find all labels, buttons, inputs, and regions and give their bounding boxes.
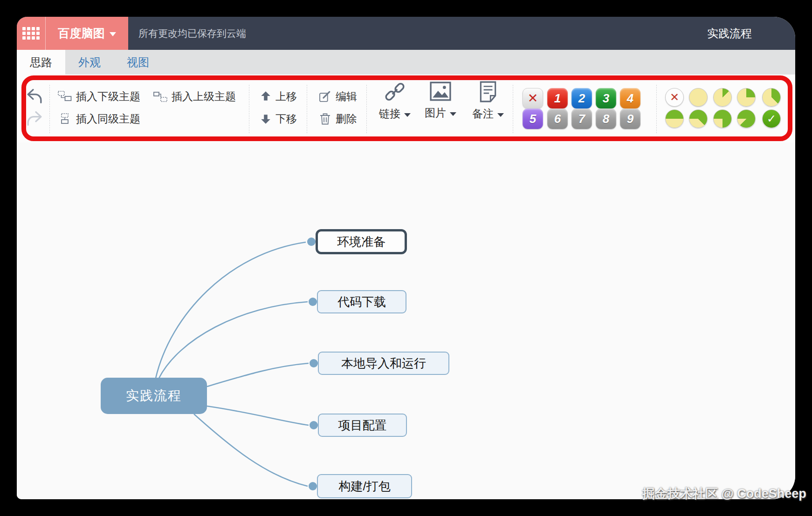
priority-3-button[interactable]: 3 xyxy=(596,88,616,109)
connector-dot xyxy=(310,359,318,367)
mindmap-node[interactable]: 构建/打包 xyxy=(317,474,412,498)
priority-7-button[interactable]: 7 xyxy=(571,109,592,129)
toolbar: 插入下级主题 插入上级主题 插入同级主题 xyxy=(17,75,795,143)
priority-4-button[interactable]: 4 xyxy=(620,88,640,109)
insert-sibling-icon xyxy=(58,113,72,124)
connector-dot xyxy=(309,482,317,490)
insert-child-topic-button[interactable]: 插入下级主题 xyxy=(58,89,140,104)
progress-7-button[interactable] xyxy=(737,109,756,128)
progress-done-button[interactable]: ✓ xyxy=(762,109,781,128)
apps-grid-button[interactable] xyxy=(17,17,45,50)
tab-idea[interactable]: 思路 xyxy=(17,50,65,75)
redo-button[interactable] xyxy=(25,110,44,129)
chevron-down-icon xyxy=(497,113,504,117)
priority-5-button[interactable]: 5 xyxy=(523,109,543,129)
mindmap-node[interactable]: 本地导入和运行 xyxy=(318,352,449,375)
image-button[interactable]: 图片 xyxy=(419,81,462,120)
toolbar-separator xyxy=(49,85,50,133)
arrow-down-icon xyxy=(260,113,271,125)
mindmap-root-node[interactable]: 实践流程 xyxy=(101,378,207,414)
priority-2-button[interactable]: 2 xyxy=(571,88,592,109)
ribbon-tabbar: 思路 外观 视图 xyxy=(17,50,795,75)
progress-3-button[interactable] xyxy=(762,88,781,107)
progress-0-button[interactable] xyxy=(689,88,708,107)
delete-button[interactable]: 删除 xyxy=(319,112,357,126)
link-button[interactable]: 链接 xyxy=(374,81,416,121)
link-icon xyxy=(384,81,406,102)
mindmap-node[interactable]: 项目配置 xyxy=(318,414,407,437)
header-bar: 百度脑图 所有更改均已保存到云端 实践流程 xyxy=(17,17,795,50)
priority-8-button[interactable]: 8 xyxy=(596,109,616,129)
insert-child-icon xyxy=(58,91,72,102)
progress-2-button[interactable] xyxy=(737,88,756,107)
toolbar-separator xyxy=(249,85,249,133)
watermark: 掘金技术社区 @ CodeSheep xyxy=(642,485,806,502)
insert-parent-icon xyxy=(153,91,167,102)
note-icon xyxy=(478,81,498,102)
app-name: 百度脑图 xyxy=(58,26,105,41)
move-down-button[interactable]: 下移 xyxy=(260,112,297,126)
grid-icon xyxy=(22,27,40,40)
chevron-down-icon xyxy=(450,112,456,116)
connector-dot xyxy=(310,421,318,429)
redo-icon xyxy=(26,110,43,129)
document-title: 实践流程 xyxy=(707,26,752,41)
mindmap-node[interactable]: 代码下载 xyxy=(317,290,406,313)
image-icon xyxy=(430,81,451,102)
connector-dot xyxy=(307,238,316,246)
progress-6-button[interactable] xyxy=(713,109,732,128)
progress-clear-button[interactable]: ✕ xyxy=(665,88,684,107)
chevron-down-icon xyxy=(404,113,411,117)
progress-5-button[interactable] xyxy=(689,109,708,128)
mindmap-node-selected[interactable]: 环境准备 xyxy=(316,229,407,254)
arrow-up-icon xyxy=(260,90,271,102)
tab-view[interactable]: 视图 xyxy=(114,50,162,75)
priority-1-button[interactable]: 1 xyxy=(547,88,568,109)
priority-9-button[interactable]: 9 xyxy=(620,109,640,129)
toolbar-separator xyxy=(366,85,367,133)
toolbar-separator xyxy=(307,85,307,133)
toolbar-separator xyxy=(513,85,513,133)
insert-sibling-topic-button[interactable]: 插入同级主题 xyxy=(58,112,140,126)
chevron-down-icon xyxy=(110,32,116,36)
progress-4-button[interactable] xyxy=(665,109,684,128)
priority-6-button[interactable]: 6 xyxy=(547,109,568,129)
move-up-button[interactable]: 上移 xyxy=(260,89,297,104)
undo-icon xyxy=(26,88,43,106)
save-status: 所有更改均已保存到云端 xyxy=(138,27,246,40)
priority-clear-button[interactable]: ✕ xyxy=(523,88,543,109)
tab-appearance[interactable]: 外观 xyxy=(65,50,114,75)
insert-parent-topic-button[interactable]: 插入上级主题 xyxy=(153,89,236,104)
app-menu-button[interactable]: 百度脑图 xyxy=(45,17,128,50)
undo-button[interactable] xyxy=(25,88,44,106)
progress-1-button[interactable] xyxy=(713,88,732,107)
app-window: 百度脑图 所有更改均已保存到云端 实践流程 思路 外观 视图 xyxy=(17,17,795,499)
edit-button[interactable]: 编辑 xyxy=(319,89,357,104)
connector-dot xyxy=(309,298,317,306)
note-button[interactable]: 备注 xyxy=(466,81,510,121)
mindmap-canvas[interactable]: 实践流程 环境准备 代码下载 本地导入和运行 项目配置 构建/打包 xyxy=(17,143,795,499)
connector-lines xyxy=(17,143,795,499)
trash-icon xyxy=(319,112,331,125)
edit-icon xyxy=(319,90,331,103)
toolbar-separator xyxy=(656,85,657,133)
header-rest: 所有更改均已保存到云端 实践流程 xyxy=(128,17,795,50)
